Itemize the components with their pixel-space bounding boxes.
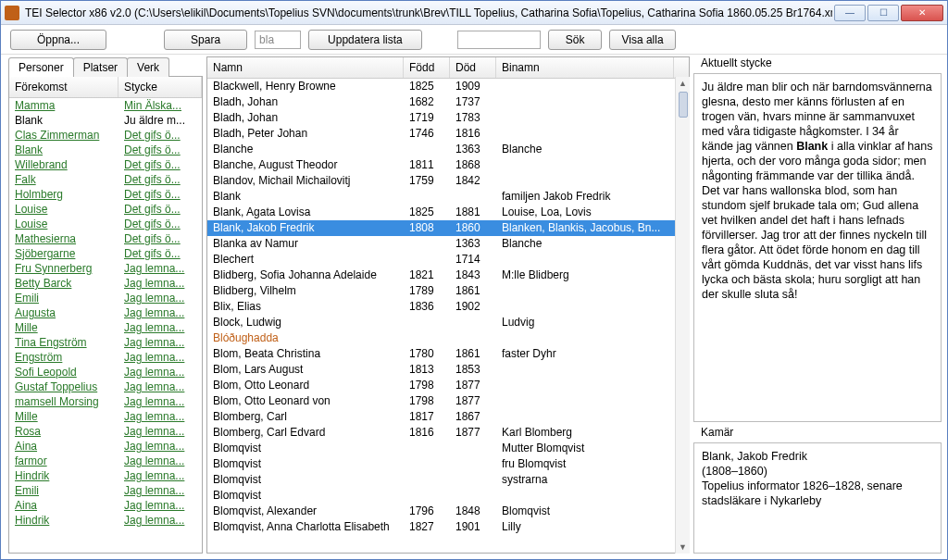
name-row[interactable]: Blom, Otto Leonard von17981877 [207, 393, 689, 409]
stycke-link[interactable]: Det gifs ö... [124, 203, 181, 216]
name-row[interactable]: Blidberg, Vilhelm17891861 [207, 283, 689, 299]
stycke-link[interactable]: Det gifs ö... [124, 247, 181, 260]
name-row[interactable]: Blomqvist, Anna Charlotta Elisabeth18271… [207, 519, 689, 535]
name-row[interactable]: Blechert1714 [207, 252, 689, 268]
name-row[interactable]: Blom, Lars August18131853 [207, 362, 689, 378]
name-row[interactable]: Blomqvist, Alexander17961848Blomqvist [207, 504, 689, 519]
name-row[interactable]: Blank, Agata Lovisa18251881Louise, Loa, … [207, 205, 689, 220]
occurrence-link[interactable]: Mille [15, 410, 38, 423]
occurrence-row[interactable]: AugustaJag lemna... [9, 305, 202, 320]
occurrence-link[interactable]: Mille [15, 321, 38, 334]
occurrence-row[interactable]: LouiseDet gifs ö... [9, 202, 202, 217]
occurrence-link[interactable]: Aina [15, 499, 37, 512]
occurrence-link[interactable]: Louise [15, 218, 47, 230]
occurrence-link[interactable]: mamsell Morsing [15, 395, 99, 408]
occurrence-row[interactable]: EngströmJag lemna... [9, 350, 202, 365]
occurrence-row[interactable]: Tina EngströmJag lemna... [9, 335, 202, 350]
occurrence-link[interactable]: Falk [15, 173, 36, 186]
name-row[interactable]: Blanche, August Theodor18111868 [207, 157, 689, 173]
name-row[interactable]: Blomberg, Carl18171867 [207, 409, 689, 425]
stycke-link[interactable]: Det gifs ö... [124, 143, 181, 156]
name-scrollbar[interactable]: ▲ ▼ [675, 77, 690, 554]
occurrence-row[interactable]: HindrikJag lemna... [9, 513, 202, 528]
occurrence-link[interactable]: Hindrik [15, 514, 49, 527]
occurrence-link[interactable]: Sofi Leopold [15, 366, 77, 379]
maximize-button[interactable]: ☐ [867, 5, 899, 21]
name-row[interactable]: Blomqvistfru Blomqvist [207, 456, 689, 472]
stycke-link[interactable]: Jag lemna... [124, 262, 184, 275]
occurrence-link[interactable]: farmor [15, 454, 47, 467]
name-row[interactable]: BlomqvistMutter Blomqvist [207, 441, 689, 456]
occurrence-link[interactable]: Tina Engström [15, 336, 87, 349]
name-row[interactable]: Blomberg, Carl Edvard18161877Karl Blombe… [207, 425, 689, 441]
stycke-link[interactable]: Jag lemna... [124, 306, 184, 319]
occurrence-link[interactable]: Clas Zimmerman [15, 129, 99, 142]
stycke-link[interactable]: Det gifs ö... [124, 129, 181, 142]
stycke-link[interactable]: Jag lemna... [124, 454, 184, 467]
name-row[interactable]: Blom, Beata Christina17801861faster Dyhr [207, 346, 689, 362]
occurrence-link[interactable]: Fru Synnerberg [15, 262, 92, 275]
stycke-link[interactable]: Jag lemna... [124, 366, 184, 379]
stycke-link[interactable]: Jag lemna... [124, 484, 184, 497]
stycke-link[interactable]: Jag lemna... [124, 440, 184, 453]
name-row[interactable]: Blankfamiljen Jakob Fredrik [207, 189, 689, 205]
occurrence-row[interactable]: EmiliJag lemna... [9, 291, 202, 305]
name-row[interactable]: Blóðughadda [207, 330, 689, 346]
update-list-button[interactable]: Uppdatera lista [308, 30, 422, 50]
name-row[interactable]: Blix, Elias18361902 [207, 299, 689, 315]
name-row[interactable]: Blank, Jakob Fredrik18081860Blanken, Bla… [207, 220, 689, 236]
occurrence-row[interactable]: Gustaf ToppeliusJag lemna... [9, 380, 202, 394]
name-row[interactable]: Blom, Otto Leonard17981877 [207, 378, 689, 393]
scroll-up-icon[interactable]: ▲ [677, 77, 690, 90]
occurrence-row[interactable]: Fru SynnerbergJag lemna... [9, 261, 202, 276]
col-fodd[interactable]: Född [404, 57, 450, 78]
occurrence-row[interactable]: farmorJag lemna... [9, 454, 202, 468]
occurrence-link[interactable]: Blank [15, 143, 43, 156]
tab-verk[interactable]: Verk [127, 57, 169, 77]
stycke-link[interactable]: Jag lemna... [124, 277, 184, 290]
name-row[interactable]: Blidberg, Sofia Johanna Adelaide18211843… [207, 268, 689, 283]
occurrence-row[interactable]: Clas ZimmermanDet gifs ö... [9, 128, 202, 143]
occurrence-row[interactable]: Sofi LeopoldJag lemna... [9, 365, 202, 380]
occurrence-row[interactable]: SjöbergarneDet gifs ö... [9, 246, 202, 261]
close-button[interactable]: ✕ [901, 5, 943, 21]
occurrence-link[interactable]: Holmberg [15, 188, 63, 201]
stycke-link[interactable]: Min Älska... [124, 99, 181, 112]
occurrence-row[interactable]: BlankJu äldre m... [9, 113, 202, 128]
occurrence-row[interactable]: EmiliJag lemna... [9, 483, 202, 498]
occurrence-link[interactable]: Betty Barck [15, 277, 71, 290]
stycke-link[interactable]: Jag lemna... [124, 321, 184, 334]
stycke-link[interactable]: Jag lemna... [124, 469, 184, 482]
occurrence-link[interactable]: Rosa [15, 425, 41, 438]
name-row[interactable]: Blanche1363Blanche [207, 142, 689, 157]
occurrence-link[interactable]: Hindrik [15, 469, 49, 482]
occurrence-row[interactable]: LouiseDet gifs ö... [9, 217, 202, 231]
occurrence-row[interactable]: HolmbergDet gifs ö... [9, 187, 202, 202]
occurrence-link[interactable]: Louise [15, 203, 47, 216]
search-input[interactable] [457, 31, 541, 49]
save-button[interactable]: Spara [164, 30, 247, 50]
occurrence-row[interactable]: WillebrandDet gifs ö... [9, 157, 202, 172]
scroll-down-icon[interactable]: ▼ [677, 541, 690, 554]
name-row[interactable]: Bladh, Johan16821737 [207, 94, 689, 110]
stycke-link[interactable]: Jag lemna... [124, 425, 184, 438]
col-dod[interactable]: Död [450, 57, 496, 78]
name-row[interactable]: Blanka av Namur1363Blanche [207, 236, 689, 252]
occurrence-row[interactable]: AinaJag lemna... [9, 439, 202, 454]
tab-platser[interactable]: Platser [73, 57, 128, 77]
occurrence-link[interactable]: Emili [15, 292, 39, 305]
stycke-link[interactable]: Det gifs ö... [124, 173, 181, 186]
stycke-link[interactable]: Jag lemna... [124, 410, 184, 423]
stycke-link[interactable]: Jag lemna... [124, 292, 184, 305]
stycke-link[interactable]: Jag lemna... [124, 380, 184, 393]
open-button[interactable]: Öppna... [10, 30, 106, 50]
occurrence-link[interactable]: Emili [15, 484, 39, 497]
occurrence-row[interactable]: MammaMin Älska... [9, 98, 202, 113]
occurrence-link[interactable]: Mathesierna [15, 232, 76, 245]
stycke-link[interactable]: Jag lemna... [124, 336, 184, 349]
occurrence-row[interactable]: MilleJag lemna... [9, 320, 202, 335]
name-row[interactable]: Blomqvist [207, 488, 689, 504]
stycke-link[interactable]: Det gifs ö... [124, 158, 181, 171]
name-row[interactable]: Block, LudwigLudvig [207, 315, 689, 330]
scroll-thumb[interactable] [679, 92, 688, 118]
